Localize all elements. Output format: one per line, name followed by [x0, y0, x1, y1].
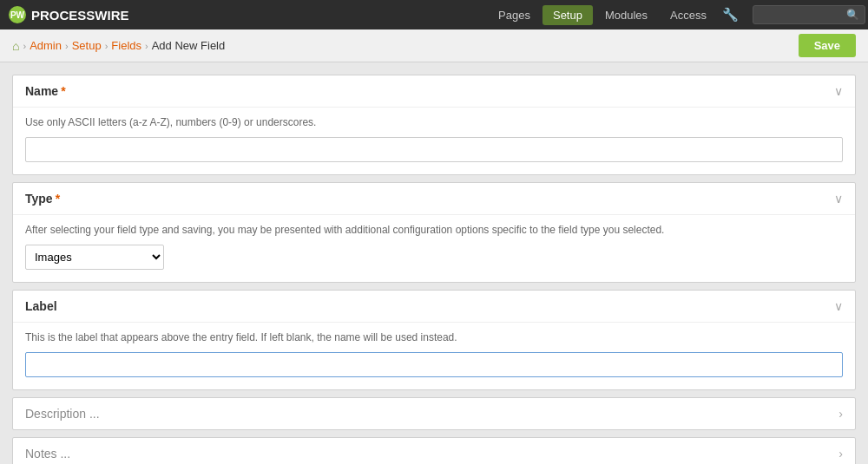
logo-icon: PW — [9, 6, 26, 23]
type-section-header: Type* ∨ — [13, 183, 855, 215]
home-icon[interactable]: ⌂ — [12, 39, 19, 53]
label-description: This is the label that appears above the… — [25, 331, 843, 343]
breadcrumb-fields[interactable]: Fields — [111, 39, 141, 52]
name-section-body: Use only ASCII letters (a-z A-Z), number… — [13, 108, 855, 174]
nav-pages[interactable]: Pages — [488, 5, 541, 25]
wrench-icon[interactable]: 🔧 — [722, 7, 739, 23]
name-toggle-icon[interactable]: ∨ — [834, 84, 843, 98]
label-section-title: Label — [25, 299, 57, 313]
breadcrumb-sep-2: › — [105, 41, 108, 51]
label-section-header: Label ∨ — [13, 291, 855, 323]
breadcrumb: ⌂ › Admin › Setup › Fields › Add New Fie… — [12, 39, 225, 53]
notes-section: Notes ... › — [12, 437, 856, 464]
search-button[interactable]: 🔍 — [846, 9, 859, 21]
breadcrumb-sep-0: › — [23, 41, 26, 51]
breadcrumb-current: Add New Field — [152, 39, 226, 52]
description-section-title: Description ... — [25, 407, 100, 421]
breadcrumb-setup[interactable]: Setup — [72, 39, 102, 52]
description-section-header[interactable]: Description ... › — [13, 398, 855, 429]
breadcrumb-sep-1: › — [65, 41, 69, 51]
save-button-top[interactable]: Save — [799, 34, 856, 57]
logo: PW PROCESSWIRE — [9, 6, 129, 23]
type-section-title: Type* — [25, 192, 60, 206]
breadcrumb-bar: ⌂ › Admin › Setup › Fields › Add New Fie… — [0, 29, 868, 62]
label-toggle-icon[interactable]: ∨ — [834, 299, 843, 313]
nav-modules[interactable]: Modules — [595, 5, 658, 25]
name-required: * — [61, 84, 65, 98]
notes-section-header[interactable]: Notes ... › — [13, 438, 855, 464]
description-section: Description ... › — [12, 397, 856, 430]
name-section-header: Name* ∨ — [13, 75, 855, 108]
name-section: Name* ∨ Use only ASCII letters (a-z A-Z)… — [12, 75, 856, 175]
breadcrumb-sep-3: › — [145, 41, 148, 51]
main-content: Name* ∨ Use only ASCII letters (a-z A-Z)… — [0, 62, 868, 464]
notes-section-title: Notes ... — [25, 447, 70, 461]
breadcrumb-admin[interactable]: Admin — [30, 39, 62, 52]
name-description: Use only ASCII letters (a-z A-Z), number… — [25, 116, 843, 128]
logo-text: PROCESSWIRE — [31, 8, 129, 23]
name-input[interactable]: images — [25, 137, 843, 162]
nav-access[interactable]: Access — [660, 5, 717, 25]
nav-setup[interactable]: Setup — [542, 5, 593, 25]
type-toggle-icon[interactable]: ∨ — [834, 192, 843, 206]
type-section: Type* ∨ After selecting your field type … — [12, 182, 856, 283]
label-section: Label ∨ This is the label that appears a… — [12, 290, 856, 390]
nav-links: Pages Setup Modules Access — [488, 5, 717, 25]
type-required: * — [56, 192, 60, 206]
type-description: After selecting your field type and savi… — [25, 224, 843, 236]
label-input[interactable]: Images — [25, 352, 843, 377]
type-section-body: After selecting your field type and savi… — [13, 215, 855, 282]
notes-toggle-icon[interactable]: › — [838, 447, 843, 461]
label-section-body: This is the label that appears above the… — [13, 323, 855, 389]
type-select[interactable]: Images Text Textarea Integer Float Email… — [25, 245, 164, 270]
description-toggle-icon[interactable]: › — [838, 407, 843, 421]
name-section-title: Name* — [25, 84, 66, 98]
top-navigation: PW PROCESSWIRE Pages Setup Modules Acces… — [0, 0, 868, 29]
search-container: 🔍 — [753, 5, 859, 24]
